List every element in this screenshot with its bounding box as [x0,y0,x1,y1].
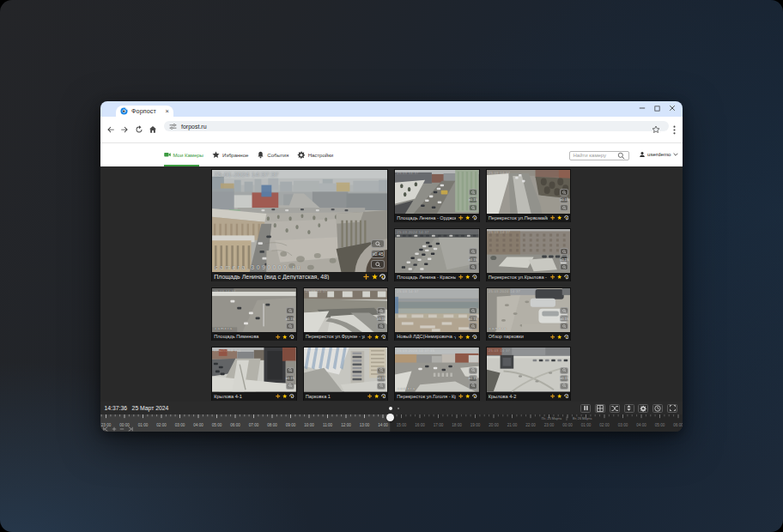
svg-text:19:00: 19:00 [470,423,480,427]
svg-text:17:00: 17:00 [433,423,443,427]
svg-text:Вт, 26 Марта: Вт, 26 Марта [573,417,592,420]
svg-text:02:00: 02:00 [599,423,610,427]
svg-text:10:00: 10:00 [304,423,314,427]
svg-text:22:00: 22:00 [525,423,536,427]
svg-text:09:00: 09:00 [285,423,295,427]
svg-text:06:00: 06:00 [230,423,240,427]
svg-text:15:00: 15:00 [396,423,406,427]
svg-text:04:00: 04:00 [636,423,646,427]
svg-text:01:00: 01:00 [580,423,591,427]
svg-text:23:00: 23:00 [543,423,554,427]
svg-text:12:00: 12:00 [341,423,351,427]
svg-text:16:00: 16:00 [415,423,425,427]
svg-text:14:00: 14:00 [378,423,388,427]
svg-text:05:00: 05:00 [211,423,222,427]
svg-text:04:00: 04:00 [193,423,203,427]
svg-text:08:00: 08:00 [267,423,277,427]
svg-text:21:00: 21:00 [507,423,517,427]
svg-text:06:00: 06:00 [673,423,683,427]
svg-text:07:00: 07:00 [248,423,258,427]
svg-text:00:00: 00:00 [562,423,573,427]
svg-text:03:00: 03:00 [174,423,185,427]
svg-text:18:00: 18:00 [452,423,462,427]
svg-text:01:00: 01:00 [137,423,148,427]
svg-text:05:00: 05:00 [654,423,665,427]
svg-text:03:00: 03:00 [617,423,628,427]
svg-text:Пн, 25 Марта: Пн, 25 Марта [541,417,561,420]
svg-text:20:00: 20:00 [489,423,499,427]
svg-text:11:00: 11:00 [322,423,332,427]
svg-text:13:00: 13:00 [359,423,369,427]
svg-text:02:00: 02:00 [156,423,167,427]
